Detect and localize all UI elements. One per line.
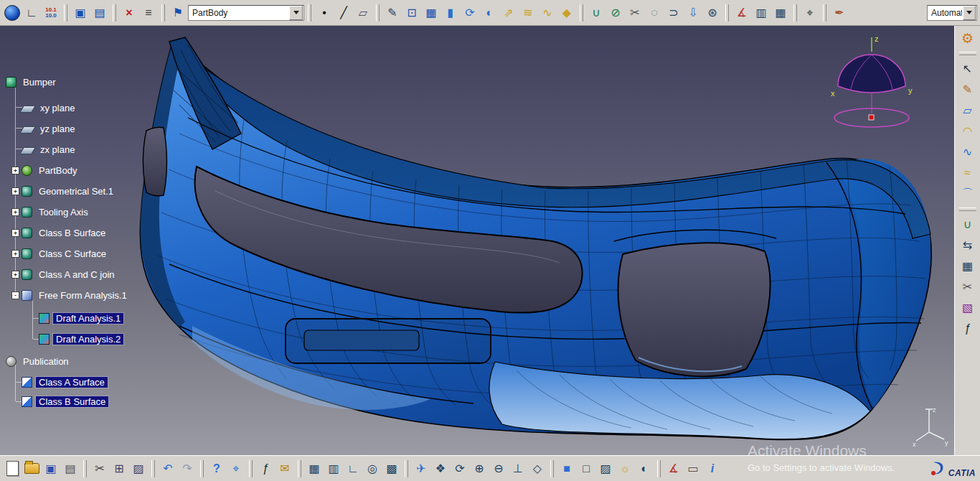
hide-show-icon[interactable]: ☼ <box>616 459 634 478</box>
tree-item-label[interactable]: Class B Surface <box>36 228 108 238</box>
new-file-icon[interactable] <box>3 459 22 478</box>
toolbar-grip[interactable] <box>376 4 380 22</box>
multi-view-icon[interactable]: ▦ <box>422 4 440 22</box>
offset-surface-icon[interactable]: ≋ <box>519 4 537 22</box>
tools-flag-icon[interactable]: ⚑ <box>169 4 187 22</box>
revolve-icon[interactable]: ⟳ <box>461 4 479 22</box>
tree-item-publication[interactable]: Publication <box>6 355 72 368</box>
workbench-icon[interactable]: ⚙ <box>958 29 977 47</box>
toolbar-grip[interactable] <box>83 460 87 477</box>
split-icon[interactable]: ⊘ <box>606 4 625 22</box>
tile-window-icon[interactable]: ▤ <box>90 4 109 22</box>
planes-icon[interactable]: ▱ <box>958 101 977 120</box>
sphere-icon[interactable]: ◐ <box>480 4 499 22</box>
hidden-line-view-icon[interactable]: ▨ <box>596 459 615 478</box>
annotation-icon[interactable]: ✉ <box>275 459 294 478</box>
extrude-icon[interactable]: ⇗ <box>499 4 518 22</box>
expander-plus-icon[interactable]: + <box>11 187 19 195</box>
expander-plus-icon[interactable]: + <box>11 208 19 216</box>
info-icon[interactable]: i <box>703 459 722 478</box>
help-icon[interactable]: ? <box>207 459 226 478</box>
3d-viewport[interactable]: Bumper xy plane yz plane zx plane + Part… <box>0 26 954 455</box>
join-icon[interactable]: ∪ <box>958 215 977 234</box>
tree-item-label[interactable]: Geometrical Set.1 <box>36 186 116 197</box>
cut-icon[interactable]: ✂ <box>90 459 109 478</box>
tree-item-label[interactable]: Publication <box>20 356 72 367</box>
histogram-icon[interactable]: ▥ <box>752 4 771 22</box>
sketcher-icon[interactable]: ✎ <box>958 80 977 99</box>
pan-icon[interactable]: ❖ <box>431 459 450 478</box>
expander-plus-icon[interactable]: + <box>11 250 19 258</box>
tree-item-label[interactable]: Tooling Axis <box>36 207 91 218</box>
wireframe-view-icon[interactable]: □ <box>577 459 595 478</box>
tree-item-class-b-surface[interactable]: + Class B Surface <box>22 226 108 239</box>
compass-dome[interactable] <box>838 55 905 93</box>
tree-item-label[interactable]: Draft Analysis.2 <box>53 334 123 345</box>
tree-item-class-c-surface[interactable]: + Class C Surface <box>22 247 109 260</box>
symmetry-icon[interactable]: ⇆ <box>958 236 977 255</box>
shaded-view-icon[interactable]: ■ <box>557 459 576 478</box>
tree-item-draft-analysis-1[interactable]: Draft Analysis.1 <box>39 312 123 324</box>
plane-icon[interactable]: ▱ <box>354 4 372 22</box>
paint-icon[interactable]: ✒ <box>830 4 849 22</box>
formula-icon[interactable]: ƒ <box>256 459 275 478</box>
projection-icon[interactable]: ⇩ <box>684 4 702 22</box>
measure-item-icon[interactable]: ∡ <box>664 459 683 478</box>
toolbar-grip[interactable] <box>959 52 976 55</box>
toolbar-grip[interactable] <box>200 460 204 477</box>
tree-item-label[interactable]: Class B Surface <box>36 396 108 407</box>
point-icon[interactable]: • <box>315 4 334 22</box>
catia-app-icon[interactable] <box>3 4 22 22</box>
tree-item-tooling-axis[interactable]: + Tooling Axis <box>22 205 91 218</box>
partbody-combo-arrow[interactable] <box>289 6 303 20</box>
toolbar-grip[interactable] <box>793 4 797 22</box>
view-compass[interactable]: z x y <box>825 30 918 138</box>
tree-item-label[interactable]: Bumper <box>20 77 59 88</box>
expander-plus-icon[interactable]: + <box>11 271 19 279</box>
copy-icon[interactable]: ⊞ <box>110 459 128 478</box>
tree-item-label[interactable]: Draft Analysis.1 <box>53 313 123 324</box>
fillet-icon[interactable]: ⌒ <box>958 185 977 203</box>
print-icon[interactable]: ▤ <box>61 459 80 478</box>
trim-icon[interactable]: ✂ <box>626 4 644 22</box>
automation-combo[interactable]: Automati <box>927 5 977 21</box>
rotate-icon[interactable]: ⟳ <box>451 459 469 478</box>
zoom-in-icon[interactable]: ⊕ <box>470 459 489 478</box>
toolbar-grip[interactable] <box>113 4 116 22</box>
join-icon[interactable]: ∪ <box>587 4 606 22</box>
toolbar-grip[interactable] <box>249 460 253 477</box>
tree-item-geometrical-set-1[interactable]: + Geometrical Set.1 <box>22 185 116 197</box>
cylinder-icon[interactable]: ▮ <box>441 4 460 22</box>
toolbar-grip[interactable] <box>308 4 311 22</box>
tree-item-label[interactable]: Class C Surface <box>36 248 109 259</box>
toolbar-grip[interactable] <box>405 460 408 477</box>
snap-values-icon[interactable]: 10.1 10.0 <box>42 4 60 22</box>
tree-item-bumper[interactable]: Bumper <box>6 75 59 88</box>
tree-item-pub-class-a-surface[interactable]: Class A Surface <box>22 375 108 388</box>
constraints-icon[interactable]: × <box>120 4 138 22</box>
tree-item-partbody[interactable]: + PartBody <box>22 164 80 177</box>
open-file-icon[interactable] <box>22 459 41 478</box>
axes-icon[interactable]: ∟ <box>344 459 362 478</box>
measure-icon[interactable]: ∡ <box>732 4 751 22</box>
front-view-icon[interactable]: ⊡ <box>402 4 421 22</box>
tree-item-zx-plane[interactable]: zx plane <box>22 143 77 156</box>
tree-item-label[interactable]: xy plane <box>37 103 77 113</box>
toolbar-grip[interactable] <box>657 460 661 477</box>
expander-plus-icon[interactable]: + <box>11 167 19 174</box>
grid-icon[interactable]: ▦ <box>771 4 790 22</box>
undo-icon[interactable]: ↶ <box>159 459 177 478</box>
analysis-icon[interactable]: ▧ <box>958 299 977 317</box>
surface-icon[interactable]: ◠ <box>958 122 977 141</box>
swap-visible-space-icon[interactable]: ◐ <box>635 459 654 478</box>
compass-center-handle[interactable] <box>869 115 874 120</box>
partbody-combo[interactable]: PartBody <box>188 5 304 21</box>
bumper-model[interactable] <box>0 26 954 455</box>
list-view-icon[interactable]: ≡ <box>139 4 158 22</box>
curve-icon[interactable]: ∿ <box>958 143 977 162</box>
select-arrow-icon[interactable]: ↖ <box>958 60 977 78</box>
toolbar-grip[interactable] <box>823 4 826 22</box>
tree-item-free-form-analysis-1[interactable]: - Free Form Analysis.1 <box>22 289 130 302</box>
whats-this-icon[interactable]: ⌖ <box>227 459 245 478</box>
paste-icon[interactable]: ▨ <box>129 459 148 478</box>
